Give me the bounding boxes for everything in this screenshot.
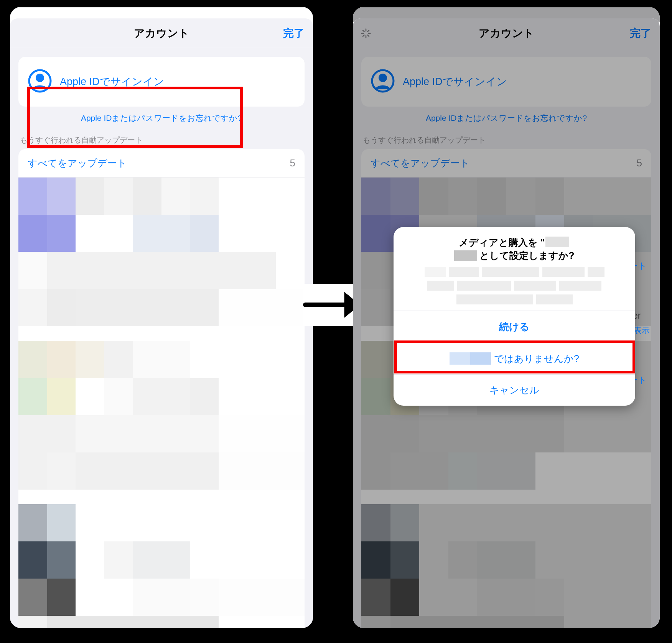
phone-left: アカウント 完了 Apple IDでサインイン Apple IDまたはパスワード… — [10, 7, 313, 628]
cancel-button[interactable]: キャンセル — [394, 375, 635, 406]
continue-button[interactable]: 続ける — [394, 311, 635, 343]
done-button[interactable]: 完了 — [283, 26, 305, 41]
app-list-blurred — [18, 178, 305, 628]
media-purchase-alert: メディアと購入を " として設定しますか? 続ける ではありませんか? キャンセ… — [394, 227, 635, 406]
updates-card: すべてをアップデート 5 — [18, 149, 305, 628]
not-you-label: ではありませんか? — [494, 352, 579, 365]
signin-label: Apple IDでサインイン — [60, 75, 164, 89]
phone-right: アカウント 完了 Apple IDでサインイン Apple IDまたはパスワード… — [353, 7, 660, 628]
alert-title-part2: として設定しますか? — [479, 249, 574, 262]
forgot-link[interactable]: Apple IDまたはパスワードをお忘れですか? — [18, 113, 305, 123]
redacted-block — [545, 237, 569, 247]
alert-body-redacted — [394, 265, 635, 311]
account-sheet: アカウント 完了 Apple IDでサインイン Apple IDまたはパスワード… — [10, 18, 313, 628]
signin-button[interactable]: Apple IDでサインイン — [18, 57, 305, 107]
svg-point-1 — [36, 74, 44, 82]
account-sheet-r: アカウント 完了 Apple IDでサインイン Apple IDまたはパスワード… — [353, 18, 660, 628]
page-title: アカウント — [134, 26, 189, 41]
redacted-block — [454, 250, 477, 261]
alert-title-part1: メディアと購入を " — [459, 237, 545, 248]
not-you-button[interactable]: ではありませんか? — [394, 343, 635, 375]
redacted-email — [450, 352, 491, 365]
update-all-label: すべてをアップデート — [28, 157, 127, 169]
update-all-row[interactable]: すべてをアップデート 5 — [18, 149, 305, 178]
update-count: 5 — [290, 157, 295, 169]
avatar-icon — [28, 69, 52, 95]
alert-title: メディアと購入を " として設定しますか? — [394, 227, 635, 265]
arrow-icon — [303, 288, 361, 322]
nav-bar: アカウント 完了 — [10, 18, 313, 48]
scroll-area[interactable]: Apple IDでサインイン Apple IDまたはパスワードをお忘れですか? … — [10, 48, 313, 628]
updates-section-label: もうすぐ行われる自動アップデート — [18, 135, 305, 149]
